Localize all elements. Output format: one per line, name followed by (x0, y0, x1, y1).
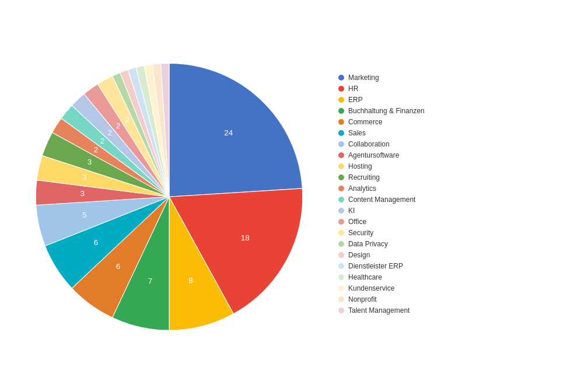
pie-label: 24 (224, 128, 233, 137)
legend-item: ERP (338, 96, 425, 104)
legend-label: Content Management (348, 196, 415, 204)
legend-item: Talent Management (338, 306, 425, 315)
pie-label: 2 (116, 121, 121, 130)
legend-label: Office (348, 218, 366, 226)
legend-item: Healthcare (338, 273, 425, 281)
legend-dot (338, 219, 344, 225)
legend-dot (338, 296, 344, 302)
legend-label: Marketing (348, 74, 379, 82)
legend-label: Talent Management (348, 306, 410, 315)
legend-label: Healthcare (348, 273, 382, 281)
pie-label: 2 (100, 137, 105, 145)
legend-dot (338, 97, 344, 103)
pie-slice (169, 63, 302, 197)
chart-area: 24188766533322222 Marketing HR ERP Buchh… (18, 29, 576, 358)
legend-item: Security (338, 229, 425, 237)
legend-dot (338, 152, 344, 158)
legend-dot (338, 208, 344, 214)
legend-item: Sales (338, 129, 425, 137)
legend-item: Office (338, 218, 425, 226)
legend-label: Dienstleister ERP (348, 262, 403, 270)
legend-dot (338, 141, 344, 147)
legend-item: Nonprofit (338, 295, 425, 303)
pie-label: 5 (82, 211, 87, 219)
legend-label: Design (348, 251, 370, 259)
legend-item: Buchhaltung & Finanzen (338, 107, 425, 115)
legend-item: Dienstleister ERP (338, 262, 425, 270)
legend-label: KI (348, 207, 355, 215)
pie-label: 2 (125, 116, 130, 124)
legend-label: Buchhaltung & Finanzen (348, 107, 425, 115)
legend-dot (338, 75, 344, 81)
pie-label: 8 (188, 276, 193, 285)
legend-dot (338, 274, 344, 280)
legend-dot (338, 252, 344, 258)
legend-label: Nonprofit (348, 295, 377, 303)
pie-label: 6 (94, 238, 99, 247)
legend-item: Kundenservice (338, 284, 425, 292)
legend-label: Agentursoftware (348, 151, 399, 159)
legend-item: Recruiting (338, 173, 425, 181)
legend-item: Content Management (338, 196, 425, 204)
legend-label: Analytics (348, 184, 376, 193)
pie-chart-wrapper: 24188766533322222 (18, 42, 321, 345)
legend-dot (338, 174, 344, 180)
legend-item: Design (338, 251, 425, 259)
legend-dot (338, 285, 344, 291)
legend: Marketing HR ERP Buchhaltung & Finanzen … (338, 74, 425, 315)
legend-dot (338, 263, 344, 269)
pie-label: 3 (82, 173, 87, 181)
legend-dot (338, 108, 344, 114)
pie-chart: 24188766533322222 (18, 42, 321, 345)
page-container: 24188766533322222 Marketing HR ERP Buchh… (0, 0, 588, 370)
legend-item: Agentursoftware (338, 151, 425, 159)
legend-label: Hosting (348, 162, 372, 170)
legend-label: Kundenservice (348, 284, 394, 292)
legend-dot (338, 197, 344, 203)
legend-item: Collaboration (338, 140, 425, 148)
legend-dot (338, 86, 344, 92)
pie-label: 7 (148, 277, 153, 285)
legend-item: Marketing (338, 74, 425, 82)
legend-item: HR (338, 85, 425, 93)
legend-item: KI (338, 207, 425, 215)
legend-label: Security (348, 229, 373, 237)
legend-dot (338, 130, 344, 136)
pie-label: 2 (94, 145, 99, 154)
legend-label: ERP (348, 96, 363, 104)
legend-label: Commerce (348, 118, 383, 126)
legend-dot (338, 186, 344, 191)
pie-label: 6 (116, 262, 121, 271)
legend-label: Data Privacy (348, 240, 388, 248)
legend-dot (338, 308, 344, 313)
pie-label: 3 (88, 158, 92, 166)
legend-item: Analytics (338, 184, 425, 193)
legend-label: Sales (348, 129, 366, 137)
legend-label: Recruiting (348, 173, 380, 181)
legend-label: HR (348, 85, 358, 93)
legend-dot (338, 163, 344, 169)
legend-label: Collaboration (348, 140, 390, 148)
legend-dot (338, 230, 344, 236)
legend-dot (338, 119, 344, 125)
legend-item: Data Privacy (338, 240, 425, 248)
legend-item: Hosting (338, 162, 425, 170)
legend-dot (338, 241, 344, 247)
legend-item: Commerce (338, 118, 425, 126)
pie-label: 18 (241, 233, 250, 242)
pie-label: 3 (80, 189, 85, 198)
pie-label: 2 (107, 128, 112, 137)
